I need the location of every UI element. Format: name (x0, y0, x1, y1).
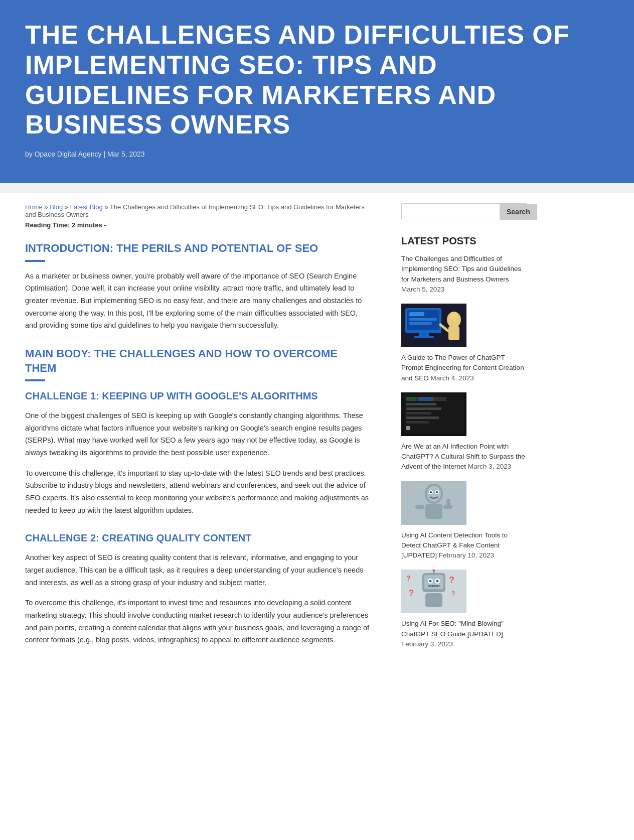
svg-rect-15 (406, 403, 436, 405)
svg-point-8 (450, 312, 458, 320)
header-meta: by Opace Digital Agency | Mar 5, 2023 (25, 150, 609, 158)
post-date: February 3, 2023 (401, 640, 453, 648)
post-link[interactable]: Using AI For SEO: "Mind Blowing" ChatGPT… (401, 620, 504, 637)
svg-rect-3 (419, 333, 429, 336)
sidebar: Search LATEST POSTS The Challenges and D… (391, 193, 542, 681)
intro-section: INTRODUCTION: THE PERILS AND POTENTIAL O… (25, 241, 371, 332)
svg-rect-11 (409, 322, 432, 325)
svg-rect-42 (429, 585, 430, 587)
svg-point-29 (436, 491, 438, 493)
svg-rect-33 (446, 499, 450, 508)
svg-rect-21 (406, 397, 416, 401)
robot2-image: ? ? ? ? (401, 570, 466, 613)
content-area: Home » Blog » Latest Blog » The Challeng… (0, 193, 391, 681)
svg-point-28 (430, 491, 432, 493)
svg-rect-45 (437, 585, 438, 587)
page-title: THE CHALLENGES AND DIFFICULTIES OF IMPLE… (25, 20, 609, 140)
post-date: February 10, 2023 (439, 551, 494, 559)
challenge1-heading: CHALLENGE 1: KEEPING UP WITH GOOGLE'S AL… (25, 389, 371, 402)
breadcrumb-latest-blog[interactable]: Latest Blog (70, 203, 103, 211)
main-body-section: MAIN BODY: THE CHALLENGES AND HOW TO OVE… (25, 347, 371, 646)
challenge2-heading: CHALLENGE 2: CREATING QUALITY CONTENT (25, 531, 371, 544)
challenge1-p1: One of the biggest challenges of SEO is … (25, 409, 371, 459)
post-image (401, 392, 466, 438)
svg-rect-22 (418, 397, 433, 401)
latest-posts-title: LATEST POSTS (401, 235, 527, 247)
list-item: A Guide to The Power of ChatGPT Prompt E… (401, 304, 527, 383)
post-text: Using AI Content Detection Tools to Dete… (401, 530, 527, 561)
svg-rect-10 (409, 318, 437, 321)
search-button[interactable]: Search (500, 204, 537, 220)
challenge1-p2: To overcome this challenge, it's importa… (25, 467, 371, 517)
reading-time: Reading Time: 2 minutes - (25, 221, 371, 229)
main-body-heading: MAIN BODY: THE CHALLENGES AND HOW TO OVE… (25, 347, 371, 375)
challenge2-p2: To overcome this challenge, it's importa… (25, 597, 371, 646)
search-input[interactable] (402, 204, 500, 220)
svg-text:?: ? (409, 589, 414, 597)
post-text: Are We at an AI Inflection Point with Ch… (401, 442, 527, 472)
svg-rect-4 (414, 336, 434, 338)
svg-text:?: ? (406, 574, 411, 582)
intro-divider (25, 260, 45, 262)
svg-rect-20 (406, 426, 410, 430)
svg-rect-46 (425, 593, 442, 607)
latest-posts: LATEST POSTS The Challenges and Difficul… (401, 235, 527, 649)
post-text: Using AI For SEO: "Mind Blowing" ChatGPT… (401, 619, 527, 649)
breadcrumb-home[interactable]: Home (25, 203, 43, 211)
svg-point-39 (429, 580, 432, 583)
post-date: March 3, 2023 (468, 463, 511, 470)
post-image: ? ? ? ? (401, 570, 466, 615)
post-image (401, 304, 466, 349)
svg-rect-19 (406, 421, 429, 424)
challenge1-section: CHALLENGE 1: KEEPING UP WITH GOOGLE'S AL… (25, 389, 371, 516)
intro-heading: INTRODUCTION: THE PERILS AND POTENTIAL O… (25, 241, 371, 256)
separator (0, 183, 634, 193)
svg-rect-17 (406, 412, 431, 414)
list-item: The Challenges and Difficulties of Imple… (401, 254, 527, 295)
list-item: Are We at an AI Inflection Point with Ch… (401, 392, 527, 472)
svg-rect-30 (425, 504, 442, 519)
chatgpt-image (401, 304, 466, 347)
main-wrapper: Home » Blog » Latest Blog » The Challeng… (0, 193, 634, 681)
inflection-image (401, 392, 466, 436)
svg-text:?: ? (449, 575, 454, 585)
robot-image (401, 481, 466, 525)
list-item: ? ? ? ? Using AI For SEO: "Mind Blowing"… (401, 570, 527, 649)
svg-point-25 (427, 486, 441, 502)
post-link[interactable]: The Challenges and Difficulties of Imple… (401, 255, 521, 283)
breadcrumb-blog[interactable]: Blog (50, 203, 63, 211)
svg-rect-6 (448, 326, 459, 340)
intro-p1: As a marketer or business owner, you're … (25, 270, 371, 332)
main-body-divider (25, 379, 45, 381)
svg-rect-43 (432, 585, 433, 587)
svg-rect-16 (406, 407, 441, 410)
post-image (401, 481, 466, 526)
svg-text:?: ? (451, 590, 455, 597)
search-box: Search (401, 203, 527, 220)
svg-rect-9 (409, 312, 424, 316)
challenge2-section: CHALLENGE 2: CREATING QUALITY CONTENT An… (25, 531, 371, 646)
list-item: Using AI Content Detection Tools to Dete… (401, 481, 527, 561)
post-date: March 4, 2023 (431, 374, 474, 382)
challenge2-p1: Another key aspect of SEO is creating qu… (25, 551, 371, 589)
post-date: March 5, 2023 (401, 286, 444, 293)
svg-rect-18 (406, 416, 439, 419)
breadcrumb: Home » Blog » Latest Blog » The Challeng… (25, 203, 371, 218)
svg-rect-44 (434, 585, 435, 587)
svg-rect-31 (415, 505, 424, 509)
post-text: The Challenges and Difficulties of Imple… (401, 254, 527, 295)
svg-point-40 (436, 580, 439, 583)
post-text: A Guide to The Power of ChatGPT Prompt E… (401, 353, 527, 383)
header-banner: THE CHALLENGES AND DIFFICULTIES OF IMPLE… (0, 0, 634, 183)
